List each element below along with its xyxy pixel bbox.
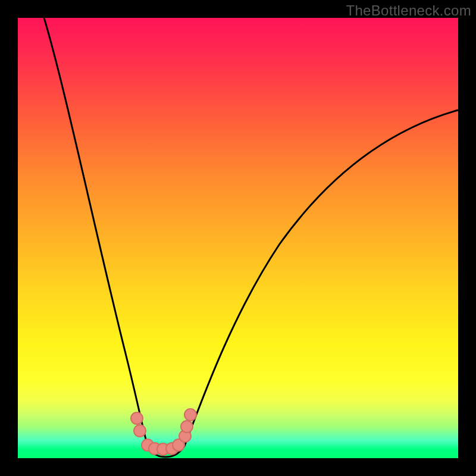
curve-layer — [18, 18, 458, 458]
plot-area — [18, 18, 458, 458]
bottleneck-curve — [44, 18, 458, 457]
marker-dot — [134, 425, 146, 437]
marker-dot — [184, 409, 196, 421]
chart-frame: TheBottleneck.com — [0, 0, 476, 476]
marker-group — [131, 409, 196, 455]
curve-left-branch — [44, 18, 148, 446]
watermark-text: TheBottleneck.com — [346, 2, 471, 19]
curve-right-branch — [184, 110, 458, 446]
marker-dot — [181, 421, 193, 433]
marker-dot — [131, 412, 143, 424]
